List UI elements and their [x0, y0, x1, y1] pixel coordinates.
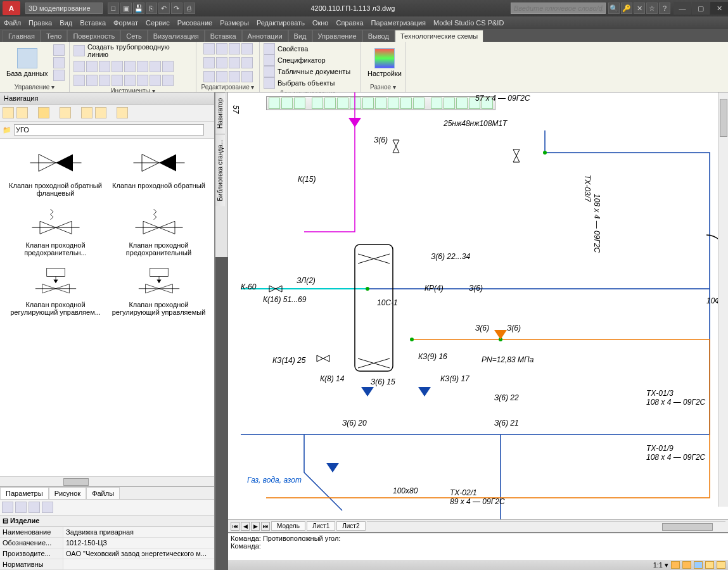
create-pipeline-button[interactable]: Создать трубопроводную линию [73, 43, 192, 58]
instr-tool[interactable] [137, 61, 148, 72]
nav-copy-icon[interactable] [16, 107, 28, 118]
ribbontab-tech[interactable]: Технологические схемы [395, 30, 483, 42]
nav-open-icon[interactable] [3, 107, 14, 118]
ribbontab-surface[interactable]: Поверхность [67, 30, 120, 42]
instr-tool[interactable] [112, 75, 123, 86]
instr-tool[interactable] [86, 61, 98, 72]
param-row[interactable]: Производите...ОАО "Чеховский завод энерг… [0, 548, 214, 559]
help-search-input[interactable] [511, 3, 606, 14]
tab-prev-icon[interactable]: ◀ [241, 522, 250, 531]
table-docs-button[interactable]: Табличные документы [264, 66, 350, 77]
layout-tab-sheet1[interactable]: Лист1 [307, 521, 335, 531]
tab-first-icon[interactable]: ⏮ [231, 522, 239, 531]
open-icon[interactable]: ▣ [120, 3, 132, 14]
instr-tool[interactable] [162, 61, 174, 72]
menu-format[interactable]: Формат [113, 19, 138, 27]
instr-tool[interactable] [124, 75, 136, 86]
instr-tool[interactable] [150, 75, 161, 86]
nav-link-icon[interactable] [117, 107, 128, 118]
database-button[interactable]: База данных [4, 47, 51, 79]
cmd-prompt[interactable]: Команда: [231, 542, 725, 550]
nav-filter-icon[interactable] [95, 107, 106, 118]
db-tool-1[interactable] [53, 44, 65, 56]
status-icon[interactable] [682, 561, 691, 569]
key-icon[interactable]: 🔑 [621, 3, 632, 14]
command-line[interactable]: Команда: Противоположный угол: Команда: [228, 532, 728, 560]
layout-tab-model[interactable]: Модель [271, 521, 305, 531]
status-icon[interactable] [717, 561, 725, 569]
param-tool[interactable] [42, 502, 53, 513]
lib-item[interactable]: Клапан проходной регулирующий управляем.… [5, 263, 106, 316]
status-icon[interactable] [671, 561, 680, 569]
edit-tool[interactable] [229, 71, 240, 82]
edit-tool[interactable] [203, 43, 215, 54]
edit-tool[interactable] [216, 43, 227, 54]
tab-next-icon[interactable]: ▶ [251, 522, 260, 531]
menu-edit[interactable]: Правка [29, 19, 52, 27]
settings-button[interactable]: Настройки [365, 47, 404, 79]
app-logo[interactable]: A [3, 1, 20, 15]
lib-item[interactable]: Клапан проходной обратный фланцевый [5, 144, 106, 197]
layout-tab-sheet2[interactable]: Лист2 [336, 521, 365, 531]
save-icon[interactable]: 💾 [133, 3, 144, 14]
canvas-vscroll[interactable] [718, 92, 728, 507]
ribbontab-main[interactable]: Главная [3, 30, 41, 42]
db-tool-3[interactable] [53, 70, 65, 81]
edit-tool[interactable] [241, 71, 253, 82]
menu-view[interactable]: Вид [60, 19, 72, 27]
menu-modelstudio[interactable]: Model Studio CS P&ID [433, 19, 504, 27]
param-tool[interactable] [29, 502, 40, 513]
ribbontab-insert[interactable]: Вставка [205, 30, 242, 42]
edit-tool[interactable] [203, 71, 215, 82]
redo-icon[interactable]: ↷ [171, 3, 182, 14]
workspace-selector[interactable]: 3D моделирование [25, 3, 103, 14]
close-button[interactable]: ✕ [710, 2, 728, 15]
param-tab-files[interactable]: Файлы [86, 487, 120, 499]
new-icon[interactable]: □ [108, 3, 119, 14]
minimize-button[interactable]: — [674, 2, 691, 15]
ribbontab-annotate[interactable]: Аннотации [242, 30, 288, 42]
instr-tool[interactable] [124, 61, 136, 72]
instr-tool[interactable] [162, 75, 174, 86]
canvas[interactable]: 57 x 4 — 09Г2С 25нж48нж108М1Т З(6) К(15)… [228, 92, 728, 519]
saveas-icon[interactable]: ⎘ [146, 3, 157, 14]
param-tab-drawing[interactable]: Рисунок [49, 487, 87, 499]
instr-tool[interactable] [150, 61, 161, 72]
param-tool[interactable] [2, 502, 13, 513]
star-icon[interactable]: ☆ [646, 3, 658, 14]
param-tab-parameters[interactable]: Параметры [0, 487, 49, 499]
param-tool[interactable] [15, 502, 27, 513]
menu-insert[interactable]: Вставка [80, 19, 106, 27]
ribbontab-solid[interactable]: Тело [41, 30, 68, 42]
sidetab-library[interactable]: Библиотека станда... [215, 134, 225, 206]
undo-icon[interactable]: ↶ [158, 3, 170, 14]
menu-help[interactable]: Справка [336, 19, 363, 27]
ribbontab-render[interactable]: Визуализация [148, 30, 205, 42]
help-icon[interactable]: ? [659, 3, 670, 14]
select-objects-button[interactable]: Выбрать объекты [264, 77, 335, 89]
ribbontab-mesh[interactable]: Сеть [120, 30, 147, 42]
binoculars-icon[interactable]: 🔍 [608, 3, 620, 14]
panel-title-edit[interactable]: Редактирование ▾ [200, 82, 255, 91]
lib-item[interactable]: Клапан проходной регулирующий управляемы… [108, 263, 209, 316]
instr-tool[interactable] [137, 75, 148, 86]
edit-tool[interactable] [216, 71, 227, 82]
nav-play-icon[interactable] [38, 107, 49, 118]
param-group-header[interactable]: ⊟ Изделие [0, 516, 214, 527]
ribbontab-output[interactable]: Вывод [362, 30, 395, 42]
param-row[interactable]: Обозначение...1012-150-ЦЗ [0, 538, 214, 548]
lib-item[interactable]: Клапан проходной предохранительн... [5, 203, 106, 256]
edit-tool[interactable] [241, 43, 253, 54]
maximize-button[interactable]: ▢ [692, 2, 710, 15]
instr-tool[interactable] [112, 61, 123, 72]
lib-item[interactable]: Клапан проходной предохранительный [108, 203, 209, 256]
exchange-icon[interactable]: ✕ [634, 3, 645, 14]
ribbontab-manage[interactable]: Управление [312, 30, 362, 42]
ribbontab-view[interactable]: Вид [288, 30, 312, 42]
status-icon[interactable] [705, 561, 714, 569]
menu-modify[interactable]: Редактировать [257, 19, 305, 27]
panel-title-manage[interactable]: Управление ▾ [4, 82, 65, 91]
menu-window[interactable]: Окно [312, 19, 329, 27]
canvas-hscroll[interactable] [367, 521, 726, 531]
instr-tool[interactable] [73, 75, 85, 86]
